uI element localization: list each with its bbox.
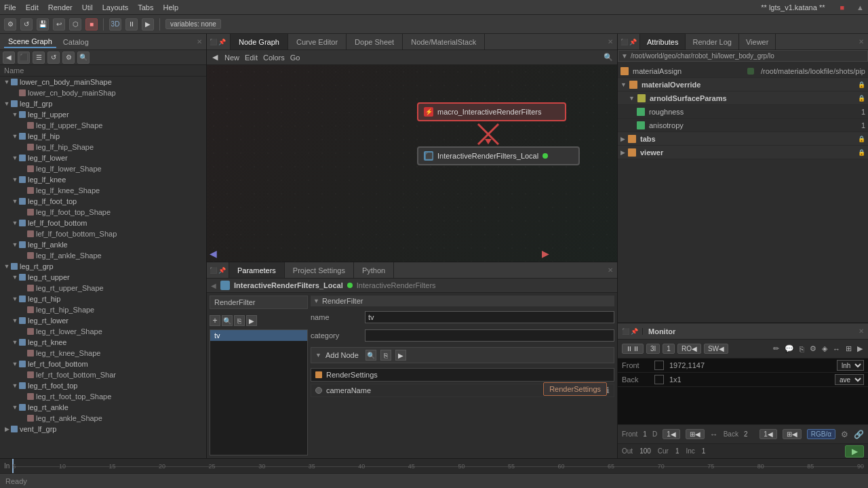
render-play-btn[interactable]: ▶ <box>845 445 864 458</box>
tab-node-material-stack[interactable]: Node/MaterialStack <box>403 34 485 49</box>
tree-item-leg-rt-ankle-shape[interactable]: leg_rt_ankle_Shape <box>0 413 206 424</box>
arrow-left-btn[interactable]: ◀ <box>211 53 219 62</box>
tree-item-leg-rt-hip[interactable]: ▼ leg_rt_hip <box>0 293 206 304</box>
play-icon[interactable]: ▶ <box>142 18 154 30</box>
attr-tabs-group[interactable]: ▶ tabs 🔒 <box>618 132 868 146</box>
front-unit-select[interactable]: lnh <box>837 360 864 371</box>
menu-file[interactable]: File <box>4 3 16 12</box>
tree-item-lower-cn-body[interactable]: ▼ lower_cn_body_mainShape <box>0 77 206 87</box>
tree-item-leg-lf-grp[interactable]: ▼ leg_lf_grp <box>0 98 206 109</box>
tree-item-leg-lf-ankle[interactable]: ▼ leg_lf_ankle <box>0 239 206 250</box>
monitor-ro-btn[interactable]: RO◀ <box>677 344 701 354</box>
pause-icon[interactable]: ⏸ <box>125 18 138 30</box>
render-settings-item[interactable]: RenderSettings RenderSettings <box>311 368 614 382</box>
node-icon[interactable]: ⬡ <box>69 18 81 30</box>
monitor-settings-icon[interactable]: ⚙ <box>841 430 848 439</box>
search-list-btn[interactable]: 🔍 <box>222 315 233 326</box>
tab-parameters[interactable]: Parameters <box>229 262 285 278</box>
tab-viewer[interactable]: Viewer <box>739 34 776 49</box>
refresh-icon[interactable]: ↺ <box>20 18 33 30</box>
tree-item-leg-rt-lower[interactable]: ▼ leg_rt_lower <box>0 315 206 326</box>
monitor-tool-6[interactable]: ↔ <box>831 345 842 353</box>
list-item-tv[interactable]: tv <box>210 330 307 341</box>
settings-icon[interactable]: ⚙ <box>4 18 16 30</box>
menu-tabs[interactable]: Tabs <box>138 3 153 12</box>
back-btn-2[interactable]: ⊞◀ <box>783 429 802 439</box>
timeline-track[interactable]: 5 10 15 20 25 30 35 40 45 50 55 60 65 70… <box>12 459 864 473</box>
monitor-link-icon[interactable]: 🔗 <box>854 430 864 439</box>
arrow-left-icon[interactable]: ◀ <box>211 282 216 289</box>
ng-menu-new[interactable]: New <box>224 54 239 62</box>
tree-item-leg-rt-knee[interactable]: ▼ leg_rt_knee <box>0 337 206 348</box>
monitor-stop-btn[interactable]: ⏸⏸ <box>622 344 644 354</box>
tab-project-settings[interactable]: Project Settings <box>285 262 354 278</box>
tree-item-leg-rt-foot-top[interactable]: ▼ leg_rt_foot_top <box>0 380 206 391</box>
render-3d-icon[interactable]: 3D <box>109 18 121 30</box>
tree-item-leg-rt-hip-shape[interactable]: leg_rt_hip_Shape <box>0 304 206 315</box>
tab-curve-editor[interactable]: Curve Editor <box>288 34 347 49</box>
tree-item-lef-rt-foot-bottom-shape[interactable]: lef_rt_foot_bottom_Shar <box>0 369 206 380</box>
ng-search-icon[interactable]: 🔍 <box>604 53 613 62</box>
monitor-tool-1[interactable]: ✏ <box>772 344 781 353</box>
attr-arnold-surface[interactable]: ▼ arnoldSurfaceParams 🔒 <box>618 92 868 105</box>
tree-item-leg-rt-ankle[interactable]: ▼ leg_rt_ankle <box>0 402 206 413</box>
path-dropdown-icon[interactable]: ▼ <box>621 52 628 60</box>
menu-util[interactable]: Util <box>82 3 93 12</box>
sg-search-icon[interactable]: 🔍 <box>77 52 90 64</box>
add-node-copy-btn[interactable]: ⎘ <box>380 350 391 361</box>
back-unit-select[interactable]: ave <box>835 374 864 385</box>
menu-edit[interactable]: Edit <box>26 3 39 12</box>
tree-item-leg-rt-upper[interactable]: ▼ leg_rt_upper <box>0 272 206 283</box>
tab-catalog[interactable]: Catalog <box>59 37 93 47</box>
attr-viewer-group[interactable]: ▶ viewer 🔒 <box>618 146 868 159</box>
ng-menu-edit[interactable]: Edit <box>245 54 258 62</box>
attr-close-icon[interactable]: ✕ <box>854 38 868 45</box>
nav-arrow-right[interactable]: ▶ <box>542 248 549 259</box>
tab-render-log[interactable]: Render Log <box>686 34 739 49</box>
menu-render[interactable]: Render <box>48 3 73 12</box>
tree-item-vent-lf-grp[interactable]: ▶ vent_lf_grp <box>0 424 206 434</box>
tree-item-leg-rt-foot-top-shape[interactable]: leg_rt_foot_top_Shape <box>0 391 206 402</box>
list-copy-btn[interactable]: ⎘ <box>234 315 245 326</box>
monitor-close-icon[interactable]: ✕ <box>859 327 864 335</box>
tree-item-leg-lf-foot-top[interactable]: ▼ leg_lf_foot_top <box>0 196 206 207</box>
node-graph-canvas[interactable]: ⚡ macro_InteractiveRenderFilters ⬛ Inter… <box>207 65 617 262</box>
tree-item-leg-rt-lower-shape[interactable]: leg_rt_lower_Shape <box>0 326 206 337</box>
monitor-tool-5[interactable]: ◈ <box>821 344 829 353</box>
sg-refresh-icon[interactable]: ↺ <box>47 52 60 64</box>
attr-material-override[interactable]: ▼ materialOverride 🔒 <box>618 78 868 92</box>
monitor-tool-2[interactable]: 💬 <box>783 344 795 353</box>
tab-python[interactable]: Python <box>354 262 394 278</box>
tree-item-leg-lf-lower[interactable]: ▼ leg_lf_lower <box>0 152 206 163</box>
node-macro[interactable]: ⚡ macro_InteractiveRenderFilters <box>417 102 566 121</box>
tab-dope-sheet[interactable]: Dope Sheet <box>347 34 403 49</box>
category-field-input[interactable] <box>365 329 614 342</box>
sg-settings-icon[interactable]: ⚙ <box>62 52 75 64</box>
sg-back-icon[interactable]: ◀ <box>3 52 15 64</box>
render-filter-section[interactable]: ▼ RenderFilter <box>311 296 614 306</box>
monitor-sw-btn[interactable]: SW◀ <box>704 344 728 354</box>
monitor-tool-8[interactable]: ▶ <box>856 344 864 353</box>
maximize-icon[interactable]: ▲ <box>856 3 864 12</box>
front-btn-1[interactable]: 1◀ <box>663 429 680 439</box>
tree-item-leg-lf-upper-shape[interactable]: leg_lf_upper_Shape <box>0 120 206 131</box>
monitor-tool-7[interactable]: ⊞ <box>844 344 853 353</box>
monitor-tool-4[interactable]: ⚙ <box>808 344 818 353</box>
tree-item-leg-lf-foot-top-shape[interactable]: leg_lf_foot_top_Shape <box>0 207 206 218</box>
save-icon[interactable]: 💾 <box>37 18 49 30</box>
add-item-btn[interactable]: + <box>210 315 220 326</box>
tab-scene-graph[interactable]: Scene Graph <box>4 36 56 48</box>
name-field-input[interactable] <box>365 311 614 323</box>
sg-close-icon[interactable]: ✕ <box>197 38 202 45</box>
tree-item-lef-rt-foot-bottom[interactable]: ▼ lef_rt_foot_bottom <box>0 359 206 369</box>
monitor-count-btn[interactable]: 1 <box>663 344 675 354</box>
tree-item-lef-lf-foot-bottom-shape[interactable]: lef_lf_foot_bottom_Shap <box>0 228 206 239</box>
tree-item-leg-rt-knee-shape[interactable]: leg_rt_knee_Shape <box>0 348 206 359</box>
ng-menu-colors[interactable]: Colors <box>263 54 285 62</box>
monitor-tool-3[interactable]: ⎘ <box>798 345 806 353</box>
list-next-btn[interactable]: ▶ <box>246 315 257 326</box>
add-node-search-btn[interactable]: 🔍 <box>366 350 376 361</box>
tree-item-lower-cn-shape[interactable]: lower_cn_body_mainShap <box>0 87 206 98</box>
monitor-3i-btn[interactable]: 3I <box>646 344 660 354</box>
tree-item-lef-lf-foot-bottom[interactable]: ▼ lef_lf_foot_bottom <box>0 218 206 228</box>
